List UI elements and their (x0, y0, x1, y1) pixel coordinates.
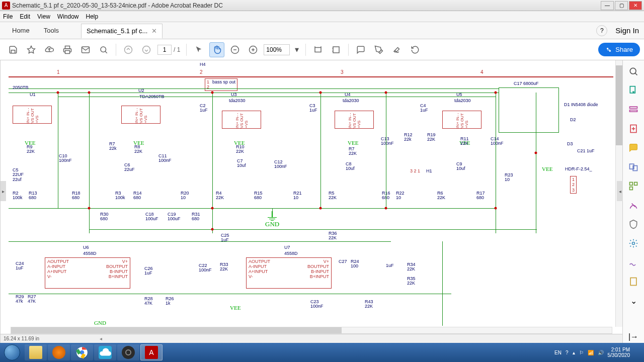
share-label: Share (615, 46, 633, 53)
collapse-rail-icon[interactable]: |→ (627, 331, 639, 343)
menu-bar: File Edit View Window Help (0, 11, 644, 22)
tray-help-icon[interactable]: ? (566, 350, 569, 355)
tab-document[interactable]: Schematic_5.1 pf c... ✕ (81, 24, 163, 39)
tray-flag-icon[interactable]: ⚐ (579, 350, 584, 355)
svg-point-30 (632, 242, 635, 245)
zoom-in-icon[interactable] (246, 42, 261, 57)
fill-sign-icon[interactable] (627, 256, 639, 268)
status-bar: 16.24 x 11.69 in ◂ (1, 334, 622, 343)
comment-tool-icon[interactable] (627, 142, 639, 154)
menu-help[interactable]: Help (86, 13, 99, 20)
compress-icon[interactable] (627, 237, 639, 249)
schematic-drawing: 1 2 3 4 H4 1bass sp out 2 2050TB (9, 62, 613, 326)
svg-point-15 (607, 47, 609, 49)
svg-point-17 (630, 68, 636, 74)
export-pdf-icon[interactable] (627, 84, 639, 97)
horizontal-scrollbar[interactable] (11, 327, 612, 334)
taskbar-wmp-icon[interactable] (48, 344, 70, 360)
share-button[interactable]: Share (598, 43, 640, 56)
svg-point-7 (143, 46, 150, 53)
organize-icon[interactable] (627, 180, 639, 192)
protect-icon[interactable] (627, 218, 639, 230)
svg-rect-27 (630, 183, 633, 186)
svg-rect-2 (65, 46, 70, 48)
taskbar-chrome-icon[interactable] (71, 344, 93, 360)
document-size: 16.24 x 11.69 in (4, 336, 39, 341)
svg-rect-1 (65, 50, 70, 53)
tab-document-label: Schematic_5.1 pf c... (87, 27, 147, 35)
tab-close-icon[interactable]: ✕ (151, 27, 157, 35)
zoom-input[interactable] (264, 44, 290, 55)
tray-clock[interactable]: 2:01 PM 5/30/2020 (608, 347, 630, 358)
minimize-button[interactable]: — (601, 1, 614, 10)
combine-icon[interactable] (627, 161, 639, 173)
svg-rect-14 (333, 47, 339, 53)
highlight-icon[interactable] (371, 42, 386, 57)
create-pdf-icon[interactable] (627, 123, 639, 135)
taskbar: A EN ? ▴ ⚐ 📶 🔊 2:01 PM 5/30/2020 (0, 343, 644, 362)
menu-file[interactable]: File (3, 13, 13, 20)
zoom-dropdown-icon[interactable]: ▾ (293, 42, 301, 57)
chevron-down-icon[interactable]: ⌄ (627, 295, 639, 307)
email-icon[interactable] (78, 42, 93, 57)
app-icon: A (2, 2, 10, 10)
save-icon[interactable] (6, 42, 21, 57)
page-up-icon[interactable] (121, 42, 136, 57)
svg-rect-19 (630, 86, 635, 93)
svg-rect-21 (630, 110, 637, 112)
search-page-icon[interactable] (627, 65, 639, 77)
redact-icon[interactable] (627, 199, 639, 211)
svg-point-16 (609, 50, 611, 52)
menu-view[interactable]: View (37, 13, 50, 20)
cloud-upload-icon[interactable] (42, 42, 57, 57)
tray-network-icon[interactable]: 📶 (588, 350, 594, 355)
tray-lang[interactable]: EN (554, 350, 561, 355)
svg-rect-29 (630, 187, 633, 190)
toolbar: / 1 ▾ Share (0, 39, 644, 60)
start-button[interactable] (0, 343, 24, 362)
zoom-out-icon[interactable] (227, 42, 243, 57)
svg-rect-28 (634, 183, 637, 186)
right-panel-toggle[interactable]: ◂ (617, 181, 623, 201)
menu-edit[interactable]: Edit (20, 13, 30, 20)
tray-chevron-icon[interactable]: ▴ (573, 350, 575, 355)
svg-line-5 (105, 51, 107, 53)
taskbar-cloud-icon[interactable] (94, 344, 116, 360)
window-title: Schematic_5.1 pf c_2020-05-30_13-53-24ni… (12, 2, 600, 9)
find-icon[interactable] (96, 42, 111, 57)
star-icon[interactable] (24, 42, 39, 57)
system-tray[interactable]: EN ? ▴ ⚐ 📶 🔊 2:01 PM 5/30/2020 (551, 347, 644, 358)
taskbar-obs-icon[interactable] (117, 344, 139, 360)
menu-window[interactable]: Window (57, 13, 79, 20)
tab-bar: Home Tools Schematic_5.1 pf c... ✕ ? Sig… (0, 22, 644, 39)
right-tool-rail: ⌄ |→ (623, 60, 644, 343)
edit-pdf-icon[interactable] (627, 104, 639, 116)
hand-tool-icon[interactable] (209, 42, 224, 57)
page-count: / 1 (174, 46, 180, 53)
tab-tools[interactable]: Tools (37, 24, 66, 37)
signin-button[interactable]: Sign In (615, 26, 639, 35)
rotate-icon[interactable] (408, 42, 423, 57)
svg-line-18 (635, 73, 637, 75)
svg-rect-13 (315, 47, 321, 52)
maximize-button[interactable]: ▢ (615, 1, 628, 10)
document-viewport[interactable]: 1 2 3 4 H4 1bass sp out 2 2050TB (0, 60, 623, 343)
taskbar-explorer-icon[interactable] (25, 344, 47, 360)
page-number-input[interactable] (157, 45, 172, 55)
taskbar-acrobat-icon[interactable]: A (140, 344, 163, 360)
fit-page-icon[interactable] (329, 42, 344, 57)
help-icon[interactable]: ? (596, 25, 607, 36)
svg-point-4 (101, 47, 106, 52)
svg-rect-20 (630, 107, 637, 108)
more-tools-icon[interactable] (627, 276, 639, 288)
svg-rect-31 (630, 278, 636, 286)
selection-tool-icon[interactable] (191, 42, 206, 57)
print-icon[interactable] (60, 42, 75, 57)
tab-home[interactable]: Home (5, 24, 37, 37)
sign-icon[interactable] (389, 42, 405, 57)
tray-volume-icon[interactable]: 🔊 (598, 350, 604, 355)
close-button[interactable]: ✕ (629, 1, 642, 10)
fit-width-icon[interactable] (310, 42, 326, 57)
page-down-icon[interactable] (139, 42, 154, 57)
comment-icon[interactable] (353, 42, 368, 57)
